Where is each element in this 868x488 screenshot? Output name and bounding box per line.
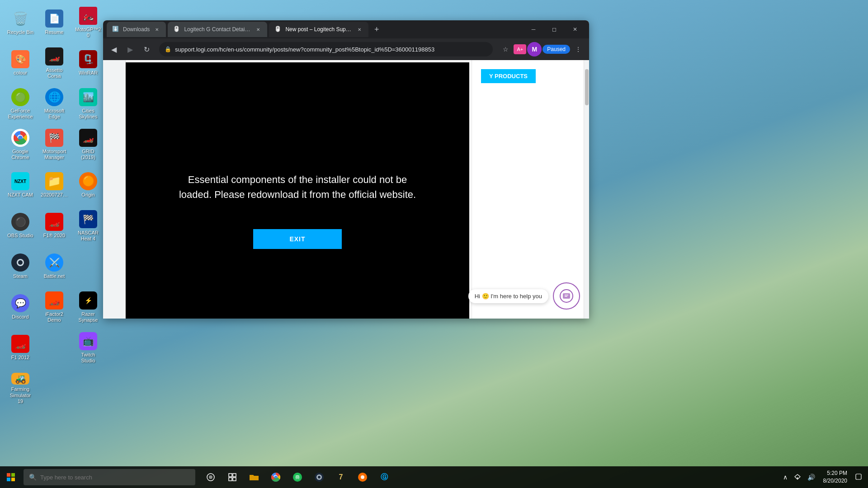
exit-button[interactable]: EXIT: [253, 229, 341, 249]
browser-content: L L L L Essential components of the inst…: [103, 60, 589, 319]
window-restore-button[interactable]: ◻: [544, 22, 565, 37]
desktop-icon-twitch[interactable]: 📺 Twitch Studio: [72, 330, 104, 366]
svg-point-15: [209, 475, 212, 479]
cortana-button[interactable]: [201, 467, 221, 487]
extensions-button[interactable]: A+: [514, 44, 526, 54]
start-button[interactable]: [0, 466, 22, 488]
desktop-icon-label: Google Chrome: [7, 149, 34, 160]
taskbar: 🔍: [0, 466, 868, 488]
desktop-icons-grid: 🗑️ Recycle Bin 📄 Resume 🏍️ MotoGP™20 🎨 c…: [0, 0, 104, 407]
desktop-icon-f12012[interactable]: 🏎️ F1 2012: [5, 330, 36, 366]
desktop-icon-label: Discord: [12, 314, 28, 320]
desktop-icon-grid[interactable]: 🏎️ GRID (2019): [72, 127, 104, 163]
svg-rect-17: [233, 474, 236, 477]
tab-close-logitech-contact[interactable]: ✕: [255, 26, 262, 33]
profile-icon[interactable]: M: [527, 42, 542, 56]
file-explorer-taskbar-button[interactable]: [244, 467, 264, 487]
volume-icon[interactable]: 🔊: [806, 472, 817, 483]
toolbar-actions: ☆ A+ M Paused ⋮: [498, 42, 585, 56]
desktop-icon-origin[interactable]: 🟠 Origin: [72, 167, 104, 203]
tab-logitech-contact[interactable]: 🖱️ Logitech G Contact Details - Con ✕: [168, 22, 267, 37]
desktop-icon-label: GeForce Experience: [7, 108, 34, 120]
desktop-icon-razer[interactable]: ⚡ Razer Synapse: [72, 289, 104, 325]
desktop-icon-label: Battle.net: [44, 273, 65, 279]
tab-logitech-contact-title: Logitech G Contact Details - Con: [184, 26, 251, 33]
desktop-icon-battlenet[interactable]: ⚔️ Battle.net: [38, 249, 70, 285]
game7-taskbar-button[interactable]: 7: [331, 467, 351, 487]
desktop-icon-chrome[interactable]: Google Chrome: [5, 127, 36, 163]
tab-close-new-post[interactable]: ✕: [356, 26, 363, 33]
desktop-icon-cities[interactable]: 🏙️ Cities Skylines: [72, 86, 104, 122]
desktop-icon-folder[interactable]: 📁 20200727…: [38, 167, 70, 203]
desktop-icon-f12020[interactable]: 🏎️ F1® 2020: [38, 208, 70, 244]
desktop-icon-label: Recycle Bin: [7, 29, 33, 35]
svg-point-28: [361, 475, 364, 479]
taskbar-date-text: 8/20/2020: [823, 477, 847, 485]
desktop-icon-geforce[interactable]: 🟢 GeForce Experience: [5, 86, 36, 122]
notifications-button[interactable]: [854, 472, 863, 483]
taskbar-search-bar[interactable]: 🔍: [24, 469, 195, 485]
desktop-icon-farming[interactable]: 🚜 Farming Simulator 19: [5, 371, 36, 407]
chrome-taskbar-button[interactable]: [266, 467, 286, 487]
desktop-icon-resume[interactable]: 📄 Resume: [38, 5, 70, 41]
url-text: support.logi.com/hc/en-us/community/post…: [175, 46, 487, 53]
new-tab-button[interactable]: +: [370, 23, 383, 36]
window-close-button[interactable]: ✕: [565, 22, 585, 37]
desktop-icon-obs[interactable]: ⚫ OBS Studio: [5, 208, 36, 244]
svg-rect-19: [233, 478, 236, 481]
desktop-icon-label: Farming Simulator 19: [7, 386, 34, 404]
refresh-button[interactable]: ↻: [139, 42, 154, 56]
desktop-icon-motogp[interactable]: 🏍️ MotoGP™20: [72, 5, 104, 41]
bookmark-button[interactable]: ☆: [498, 42, 513, 56]
desktop-icon-nascar[interactable]: 🏁 NASCAR Heat 4: [72, 208, 104, 244]
steam-taskbar-button[interactable]: [309, 467, 329, 487]
tab-close-downloads[interactable]: ✕: [153, 26, 160, 33]
desktop-icon-nzxt[interactable]: NZXT NZXT CAM: [5, 167, 36, 203]
desktop-icon-steam[interactable]: Steam: [5, 249, 36, 285]
downloads-favicon: ⬇️: [112, 26, 119, 33]
taskbar-system-tray: ∧ 🔊 5:20 PM 8/20/2020: [781, 469, 868, 485]
tab-downloads[interactable]: ⬇️ Downloads ✕: [107, 22, 166, 37]
desktop-icon-ifactor[interactable]: 🏎️ iFactor2 Demo: [38, 289, 70, 325]
tab-new-post-title: New post – Logitech Support +: [285, 26, 352, 33]
desktop-icon-winrar[interactable]: 🗜️ WinRAR: [72, 45, 104, 81]
desktop-icon-assetto[interactable]: 🏎️ Assetto Corsa: [38, 45, 70, 81]
browser-toolbar: ◀ ▶ ↻ 🔒 support.logi.com/hc/en-us/commun…: [103, 38, 589, 60]
origin-taskbar-button[interactable]: [353, 467, 373, 487]
taskbar-time-text: 5:20 PM: [823, 469, 847, 477]
tab-downloads-title: Downloads: [123, 26, 150, 33]
back-button[interactable]: ◀: [107, 42, 121, 56]
scrollbar[interactable]: [584, 60, 589, 319]
desktop-icon-discord[interactable]: 💬 Discord: [5, 289, 36, 325]
desktop-icon-label: Twitch Studio: [75, 352, 102, 364]
network-icon[interactable]: [792, 472, 803, 483]
task-view-button[interactable]: [222, 467, 242, 487]
scroll-thumb: [585, 69, 589, 105]
logitech-taskbar-button[interactable]: Ⓖ: [374, 467, 394, 487]
desktop-icon-label: OBS Studio: [7, 233, 33, 239]
desktop-icon-label: F1 2012: [11, 355, 29, 361]
desktop-icon-recycle-bin[interactable]: 🗑️ Recycle Bin: [5, 5, 36, 41]
paused-badge[interactable]: Paused: [542, 45, 570, 54]
svg-rect-12: [7, 478, 10, 481]
spotify-taskbar-button[interactable]: [288, 467, 307, 487]
desktop-icon-label: Cities Skylines: [75, 108, 102, 120]
taskbar-search-input[interactable]: [40, 474, 190, 481]
desktop-icon-motorsport[interactable]: 🏁 Motorsport Manager: [38, 127, 70, 163]
desktop-icon-edge[interactable]: 🌐 Microsoft Edge: [38, 86, 70, 122]
more-options-button[interactable]: ⋮: [571, 42, 585, 56]
desktop-icon-colour[interactable]: 🎨 colour: [5, 45, 36, 81]
window-minimize-button[interactable]: ─: [523, 22, 544, 37]
logitech-contact-favicon: 🖱️: [173, 26, 180, 33]
forward-button[interactable]: ▶: [123, 42, 137, 56]
new-post-favicon: 🖱️: [274, 26, 282, 33]
chat-icon-button[interactable]: [553, 282, 580, 310]
address-bar[interactable]: 🔒 support.logi.com/hc/en-us/community/po…: [159, 42, 493, 56]
desktop-icon-label: NASCAR Heat 4: [75, 230, 102, 242]
taskbar-clock[interactable]: 5:20 PM 8/20/2020: [820, 469, 851, 485]
hidden-icons-button[interactable]: ∧: [781, 472, 789, 483]
my-products-button[interactable]: Y PRODUCTS: [481, 69, 536, 83]
taskbar-middle-buttons: 7 Ⓖ: [201, 467, 394, 487]
svg-point-29: [797, 477, 798, 479]
tab-new-post[interactable]: 🖱️ New post – Logitech Support + ✕: [269, 22, 368, 37]
